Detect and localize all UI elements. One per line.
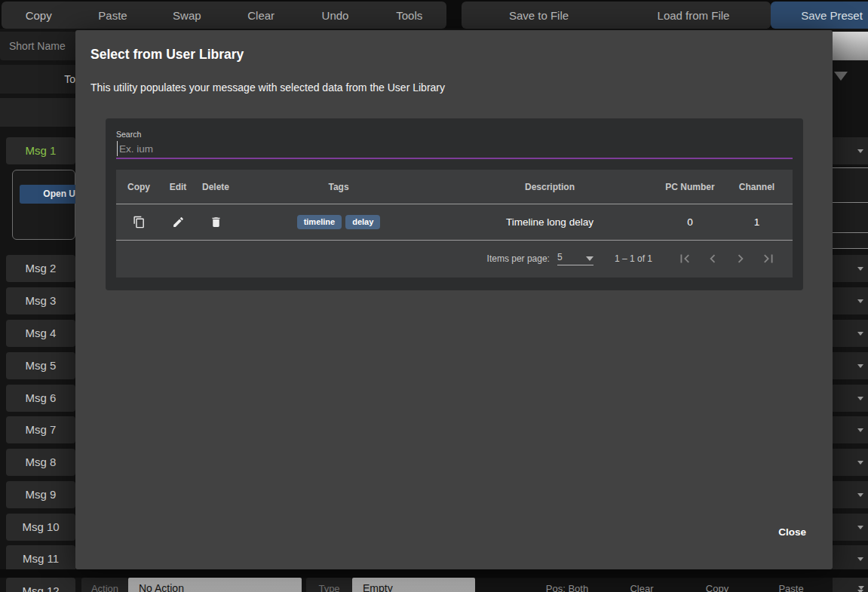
header-pc-number: PC Number — [659, 182, 721, 192]
table-header-row: Copy Edit Delete Tags Description PC Num… — [116, 170, 793, 204]
tag-chip: delay — [345, 215, 380, 229]
pos-both-toggle[interactable]: Pos: Both — [529, 578, 605, 592]
open-user-library-button[interactable]: Open U — [20, 185, 75, 204]
dropdown-caret-icon[interactable] — [834, 72, 848, 81]
sidebar-item-msg-5[interactable]: Msg 5 — [6, 352, 75, 379]
msg-1-detail-box — [12, 170, 75, 240]
header-edit: Edit — [161, 182, 195, 192]
sidebar-item-msg-12[interactable]: Msg 12 — [6, 578, 75, 592]
dialog-subtitle: This utility populates your message with… — [90, 81, 445, 94]
background-row-strip — [0, 98, 75, 127]
save-preset-button[interactable]: Save Preset — [771, 2, 868, 29]
msg-4-row-dropdown[interactable] — [833, 320, 868, 347]
msg-9-row-dropdown[interactable] — [833, 481, 868, 508]
edit-toolbar-group: Copy Paste Swap Clear Undo Tools — [2, 2, 446, 29]
sidebar-item-msg-6[interactable]: Msg 6 — [6, 385, 75, 412]
msg-3-row-dropdown[interactable] — [833, 287, 868, 314]
msg-11-row-dropdown[interactable] — [833, 545, 868, 572]
undo-button[interactable]: Undo — [298, 2, 372, 29]
items-per-page-label: Items per page: — [487, 253, 550, 264]
type-label: Type — [306, 578, 352, 592]
channel-cell: 1 — [721, 216, 793, 228]
action-label: Action — [81, 578, 128, 592]
chevron-down-icon — [857, 267, 863, 271]
app-screen: Copy Paste Swap Clear Undo Tools Save to… — [0, 0, 868, 592]
tools-button[interactable]: Tools — [373, 2, 446, 29]
sidebar-item-msg-3[interactable]: Msg 3 — [6, 287, 75, 314]
action-select[interactable]: No Action — [128, 578, 302, 592]
msg-10-row-dropdown[interactable] — [833, 514, 868, 541]
swap-button[interactable]: Swap — [150, 2, 224, 29]
chevron-down-icon — [857, 332, 863, 336]
paste-button[interactable]: Paste — [75, 2, 149, 29]
search-input[interactable] — [117, 141, 792, 156]
chevron-down-icon — [586, 256, 593, 261]
chevron-down-icon — [857, 299, 863, 303]
last-page-icon[interactable] — [754, 245, 782, 272]
bottom-divider — [0, 569, 868, 578]
sidebar-item-msg-1[interactable]: Msg 1 — [6, 137, 75, 164]
header-copy: Copy — [116, 182, 161, 192]
background-light-control[interactable] — [833, 32, 868, 60]
to-label: To — [0, 65, 75, 94]
tag-chip: timeline — [297, 215, 342, 229]
msg-1-row-dropdown[interactable] — [833, 137, 868, 164]
sidebar-item-msg-2[interactable]: Msg 2 — [6, 255, 75, 282]
msg-7-row-dropdown[interactable] — [833, 416, 868, 443]
table-row[interactable]: timeline delay Timeline long delay 0 1 — [116, 204, 793, 241]
load-from-file-button[interactable]: Load from File — [616, 2, 771, 29]
description-cell: Timeline long delay — [440, 216, 659, 228]
chevron-down-icon — [857, 428, 863, 432]
save-to-file-button[interactable]: Save to File — [462, 2, 616, 29]
items-per-page-value: 5 — [557, 252, 563, 262]
msg-6-row-dropdown[interactable] — [833, 385, 868, 412]
library-table: Copy Edit Delete Tags Description PC Num… — [116, 170, 793, 278]
next-page-icon[interactable] — [726, 245, 754, 272]
select-from-user-library-dialog: Select from User Library This utility po… — [75, 30, 833, 569]
clear-button[interactable]: Clear — [224, 2, 298, 29]
msg-12-row-dropdown[interactable] — [833, 578, 868, 592]
type-select[interactable]: Empty — [352, 578, 475, 592]
pc-number-cell: 0 — [659, 216, 721, 228]
sidebar-item-msg-4[interactable]: Msg 4 — [6, 320, 75, 347]
search-underline — [116, 158, 793, 159]
sidebar-item-msg-10[interactable]: Msg 10 — [6, 514, 75, 541]
row-copy-button[interactable]: Copy — [687, 578, 747, 592]
paginator: Items per page: 5 1 – 1 of 1 — [116, 241, 793, 276]
background-table-lines — [833, 167, 868, 249]
header-delete: Delete — [195, 182, 237, 192]
items-per-page-select[interactable]: 5 — [557, 252, 593, 265]
first-page-icon[interactable] — [670, 245, 698, 272]
sidebar-item-msg-8[interactable]: Msg 8 — [6, 449, 75, 476]
header-tags: Tags — [237, 182, 440, 192]
chevron-down-icon[interactable] — [858, 586, 864, 590]
library-card: Search Copy Edit Delete Tags Description… — [106, 118, 803, 290]
chevron-down-icon — [857, 461, 863, 465]
chevron-down-icon — [857, 149, 863, 153]
sidebar-item-msg-9[interactable]: Msg 9 — [6, 481, 75, 508]
close-button[interactable]: Close — [778, 526, 806, 538]
search-label: Search — [116, 130, 141, 139]
msg-8-row-dropdown[interactable] — [833, 449, 868, 476]
msg-2-row-dropdown[interactable] — [833, 255, 868, 282]
page-range-label: 1 – 1 of 1 — [615, 253, 652, 264]
chevron-down-icon — [857, 557, 863, 561]
previous-page-icon[interactable] — [698, 245, 726, 272]
chevron-down-icon — [857, 493, 863, 497]
copy-button[interactable]: Copy — [2, 2, 75, 29]
sidebar-item-msg-11[interactable]: Msg 11 — [6, 545, 75, 572]
row-paste-button[interactable]: Paste — [761, 578, 821, 592]
copy-row-icon[interactable] — [128, 212, 149, 233]
header-description: Description — [440, 182, 659, 192]
sidebar-item-msg-7[interactable]: Msg 7 — [6, 416, 75, 443]
chevron-down-icon — [857, 364, 863, 368]
dialog-title: Select from User Library — [90, 47, 244, 63]
chevron-down-icon — [857, 526, 863, 529]
edit-row-icon[interactable] — [167, 212, 189, 233]
short-name-input[interactable]: Short Name — [0, 32, 75, 60]
row-clear-button[interactable]: Clear — [612, 578, 672, 592]
delete-row-icon[interactable] — [205, 212, 226, 233]
tags-cell: timeline delay — [237, 215, 440, 229]
msg-5-row-dropdown[interactable] — [833, 352, 868, 379]
file-toolbar-group: Save to File Load from File — [462, 2, 771, 29]
